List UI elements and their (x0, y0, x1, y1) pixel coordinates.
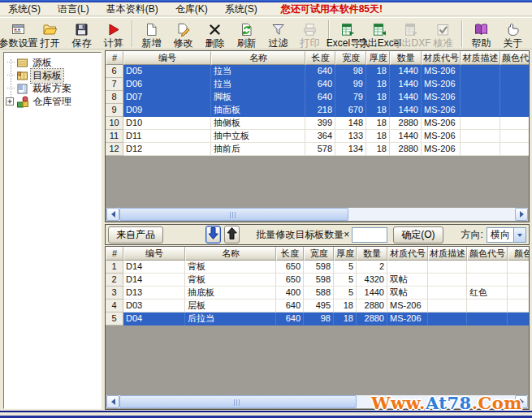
scroll-right-button[interactable] (515, 208, 528, 221)
row-number: 2 (106, 274, 123, 287)
sidebar-item-1[interactable]: 目标板 (4, 69, 101, 82)
column-header[interactable]: 数量 (357, 247, 387, 261)
table-row[interactable]: 9D09抽面板218670181440MS-206 (106, 104, 529, 117)
refresh-icon (239, 21, 254, 37)
column-header[interactable]: 名称 (185, 247, 276, 261)
menu-item-3[interactable]: 仓库(K) (171, 2, 213, 16)
column-header[interactable]: 颜色代号 (500, 51, 529, 65)
table-cell (461, 130, 500, 143)
menu-item-0[interactable]: 系统(S) (3, 2, 45, 16)
scroll-thumb[interactable] (119, 395, 357, 408)
toolbar-button-calculate[interactable]: 计算 (97, 19, 129, 49)
scroll-thumb[interactable] (119, 208, 348, 221)
toolbar-button-folder-open[interactable]: 打开 (34, 19, 66, 49)
table-cell: 18 (366, 143, 390, 156)
chevron-down-icon (517, 234, 522, 239)
toolbar-button-refresh[interactable]: 刷新 (231, 19, 262, 49)
table-cell: MS-206 (422, 104, 461, 117)
row-number: 3 (106, 287, 123, 299)
toolbar-separator (132, 20, 133, 47)
table-row[interactable]: 2D14背板65059854320双帖 (106, 274, 529, 287)
column-header[interactable]: 颜色代号 (467, 247, 508, 261)
table-row[interactable]: 12D12抽前后578134182880MS-206 (106, 143, 529, 156)
direction-combobox[interactable]: 横向 (487, 227, 526, 243)
column-header[interactable]: 材质描述 (428, 247, 467, 261)
toolbar-button-new-page[interactable]: 新增 (136, 19, 167, 49)
table-row[interactable]: 8D07脚板64079181440MS-206 (106, 91, 529, 104)
table-cell: 2880 (357, 299, 387, 312)
tree-connector (7, 88, 15, 89)
table-row[interactable]: 6D05拉当64098181440MS-206 (106, 65, 529, 78)
column-header[interactable]: # (106, 51, 123, 65)
toolbar-button-exit-door[interactable]: 退出 (529, 19, 532, 49)
table-row[interactable]: 1D14背板65059852 (106, 261, 529, 274)
table-cell (428, 287, 467, 299)
toolbar-button-export-dxf: 导出DXF (396, 19, 427, 49)
table-cell: MS-206 (422, 117, 461, 130)
upper-h-scrollbar[interactable] (106, 208, 528, 221)
table-row[interactable]: 7D06拉当64099181440MS-206 (106, 78, 529, 91)
toolbar-button-help-book[interactable]: 帮助 (465, 19, 497, 49)
table-cell: 背板 (185, 274, 276, 287)
table-cell: 双帖 (387, 287, 428, 299)
column-header[interactable]: 编号 (123, 51, 211, 65)
toolbar-button-save[interactable]: 保存 (66, 19, 97, 49)
sidebar-item-2[interactable]: 裁板方案 (4, 82, 101, 95)
table-cell: 640 (276, 299, 304, 312)
toolbar-button-label: 打开 (41, 37, 60, 49)
scroll-left-icon (108, 399, 115, 405)
from-product-button[interactable]: 来自产品 (108, 226, 163, 243)
toolbar-button-about-hand[interactable]: 关于 (497, 19, 529, 49)
combobox-drop-button[interactable] (513, 228, 526, 242)
toolbar-button-filter-funnel[interactable]: 过滤 (262, 19, 294, 49)
column-header[interactable]: # (106, 247, 123, 261)
move-down-button[interactable] (205, 226, 221, 243)
sidebar-item-0[interactable]: 源板 (4, 56, 101, 69)
table-cell: 抽前后 (211, 143, 305, 156)
column-header[interactable]: 长度 (305, 51, 335, 65)
column-header[interactable]: 厚度 (366, 51, 390, 65)
table-row[interactable]: 11D11抽中立板364133181440MS-206 (106, 130, 529, 143)
toolbar-button-label: 计算 (104, 37, 123, 49)
column-header[interactable]: 编号 (123, 247, 185, 261)
board-icon (16, 57, 29, 69)
ok-button[interactable]: 确定(O) (393, 226, 443, 243)
toolbar-button-excel-export[interactable]: 导出Excel (364, 19, 396, 49)
table-row[interactable]: 3D13抽底板40058851440双帖红色 (106, 287, 529, 299)
column-header[interactable]: 宽度 (335, 51, 366, 65)
move-up-button[interactable] (224, 226, 240, 243)
column-header[interactable]: 材质代号 (422, 51, 461, 65)
scroll-left-button[interactable] (106, 395, 119, 408)
column-header[interactable]: 材质描述 (461, 51, 500, 65)
table-row[interactable]: 5D04后拉当64098182880MS-206 (106, 312, 529, 325)
column-header[interactable]: 厚度 (334, 247, 357, 261)
column-header[interactable]: 名称 (211, 51, 305, 65)
toolbar-button-label: 修改 (174, 37, 193, 49)
scroll-left-button[interactable] (106, 208, 119, 221)
table-cell: D12 (123, 143, 211, 156)
expand-plus-icon[interactable] (6, 97, 15, 106)
row-number: 12 (106, 143, 123, 156)
column-header[interactable]: 颜色描述 (508, 247, 529, 261)
table-cell: 640 (305, 78, 335, 91)
table-cell: 640 (305, 65, 335, 78)
table-cell: 脚板 (211, 91, 305, 104)
menu-item-2[interactable]: 基本资料(B) (102, 2, 163, 16)
toolbar-button-settings[interactable]: 参数设置 (2, 19, 34, 49)
toolbar-button-edit-page[interactable]: 修改 (167, 19, 199, 49)
column-header[interactable]: 宽度 (304, 247, 334, 261)
menu-item-1[interactable]: 语言(L) (53, 2, 94, 16)
table-row[interactable]: 4D03层板640495182880MS-206 (106, 299, 529, 312)
table-cell: 1440 (390, 104, 422, 117)
table-cell: 670 (335, 104, 366, 117)
table-row[interactable]: 10D10抽侧板399148182880MS-206 (106, 117, 529, 130)
batch-quantity-input[interactable] (352, 227, 387, 243)
column-header[interactable]: 材质代号 (387, 247, 428, 261)
column-header[interactable]: 长度 (276, 247, 304, 261)
sidebar-item-3[interactable]: 仓库管理 (4, 95, 101, 108)
column-header[interactable]: 数量 (390, 51, 422, 65)
scroll-track[interactable] (119, 208, 515, 221)
menu-item-4[interactable]: 系统(S) (220, 2, 262, 16)
toolbar-button-delete-x[interactable]: 删除 (199, 19, 231, 49)
watermark: Www.At78.Com (371, 393, 522, 413)
